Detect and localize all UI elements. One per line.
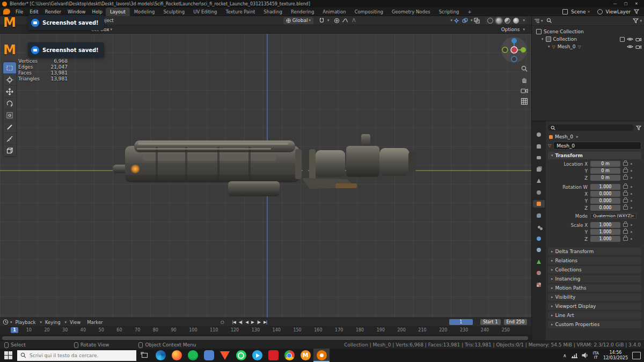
gizmo-x-axis[interactable] xyxy=(511,47,517,53)
toggle-xray-icon[interactable] xyxy=(472,17,481,24)
rocket-launcher-model[interactable] xyxy=(105,134,422,209)
timeline-ruler[interactable]: 1102030405060708090100110120130140150160… xyxy=(0,327,531,335)
viewlayer-filter-icon[interactable] xyxy=(632,8,641,16)
camera-view-icon[interactable] xyxy=(521,87,528,94)
app-icon-medal[interactable]: M xyxy=(297,349,313,362)
tab-animation[interactable]: Animation xyxy=(318,8,350,16)
lock-icon[interactable] xyxy=(623,206,628,210)
section-relations[interactable]: ▸Relations xyxy=(548,257,641,264)
next-keyframe-button[interactable]: |▶ xyxy=(255,320,262,324)
lock-icon[interactable] xyxy=(623,230,628,234)
prev-keyframe-button[interactable]: ◀| xyxy=(237,320,244,324)
task-view-button[interactable] xyxy=(136,349,152,362)
show-gizmo-icon[interactable] xyxy=(452,17,461,24)
collection-render-camera-icon[interactable] xyxy=(635,37,642,42)
playback-menu[interactable]: Playback xyxy=(12,320,39,325)
tool-chevron[interactable]: ▾ xyxy=(111,27,113,32)
menu-file[interactable]: File xyxy=(12,9,26,14)
zoom-icon[interactable] xyxy=(521,65,528,72)
scale-z-field[interactable]: 1.000 xyxy=(590,236,620,242)
gizmo-z-neg-axis[interactable] xyxy=(511,56,517,62)
rotation-y-field[interactable]: 0.000 xyxy=(590,198,620,204)
options-menu[interactable]: Options xyxy=(501,27,520,32)
tab-compositing[interactable]: Compositing xyxy=(350,8,387,16)
scale-y-field[interactable]: 1.000 xyxy=(590,229,620,235)
app-icon-blender[interactable] xyxy=(313,349,330,362)
app-icon-spotify[interactable] xyxy=(185,349,201,362)
falloff-curve-icon[interactable] xyxy=(341,17,349,24)
outliner-row-collection[interactable]: ▾ Collection xyxy=(532,35,644,43)
animate-dot-icon[interactable] xyxy=(631,186,632,188)
snap-magnet-icon[interactable] xyxy=(318,17,326,24)
tab-texture-icon[interactable] xyxy=(533,281,545,289)
animate-dot-icon[interactable] xyxy=(631,207,632,209)
tool-rotate[interactable] xyxy=(3,98,16,109)
mesh-render-camera-icon[interactable] xyxy=(635,45,642,49)
app-icon-firefox[interactable] xyxy=(169,349,185,362)
close-button[interactable]: ✕ xyxy=(631,1,642,7)
outliner-editor-chevron[interactable]: ▾ xyxy=(541,19,543,23)
app-icon-brave[interactable] xyxy=(217,349,233,362)
section-collections[interactable]: ▸Collections xyxy=(548,266,641,274)
jump-to-start-button[interactable]: |◀ xyxy=(231,320,237,324)
animate-dot-icon[interactable] xyxy=(631,231,632,233)
tab-rendering[interactable]: Rendering xyxy=(287,8,318,16)
marker-menu[interactable]: Marker xyxy=(84,320,106,325)
location-y-field[interactable]: 0 m xyxy=(590,168,620,174)
tool-annotate[interactable] xyxy=(3,121,16,133)
properties-filter-icon[interactable] xyxy=(636,125,641,130)
location-x-field[interactable]: 0 m xyxy=(590,161,620,167)
properties-search-field[interactable] xyxy=(548,124,634,131)
animate-dot-icon[interactable] xyxy=(631,163,632,165)
app-icon-chrome[interactable] xyxy=(281,349,297,362)
lock-icon[interactable] xyxy=(623,237,628,241)
section-custom-properties[interactable]: ▸Custom Properties xyxy=(548,321,641,328)
show-overlays-icon[interactable] xyxy=(461,17,470,24)
lock-icon[interactable] xyxy=(623,199,628,203)
toast-notification[interactable]: M Screenshot saved! xyxy=(3,42,104,57)
app-icon-netflix[interactable] xyxy=(265,349,281,362)
section-instancing[interactable]: ▸Instancing xyxy=(548,275,641,283)
scene-unlink-icon[interactable]: ✕ xyxy=(588,10,590,13)
tab-output-icon[interactable] xyxy=(533,154,545,161)
tab-render-icon[interactable] xyxy=(533,143,545,150)
section-motion-paths[interactable]: ▸Motion Paths xyxy=(548,284,641,292)
rotation-z-field[interactable]: 0.000 xyxy=(590,205,620,211)
scene-selector[interactable]: Scene xyxy=(571,9,586,14)
object-name-field[interactable]: Mesh_0 xyxy=(553,142,641,150)
playhead-marker[interactable]: 1 xyxy=(11,327,18,333)
tab-modifiers-icon[interactable] xyxy=(533,212,545,219)
keying-menu[interactable]: Keying xyxy=(42,320,64,325)
volume-icon[interactable] xyxy=(582,352,589,358)
start-button[interactable] xyxy=(0,349,16,362)
collection-expand-chevron[interactable]: ▾ xyxy=(541,37,544,41)
section-visibility[interactable]: ▸Visibility xyxy=(548,293,641,301)
tab-geometry-nodes[interactable]: Geometry Nodes xyxy=(387,8,435,16)
outliner-filter-chevron[interactable]: ▾ xyxy=(640,19,642,23)
animate-dot-icon[interactable] xyxy=(631,224,632,226)
shading-chevron[interactable]: ▾ xyxy=(523,18,525,23)
collection-checkbox[interactable] xyxy=(620,37,625,42)
language-indicator[interactable]: ITAIT xyxy=(593,351,599,360)
view-menu[interactable]: View xyxy=(67,320,84,325)
tab-object-data-icon[interactable] xyxy=(533,258,545,265)
gizmo-y-axis[interactable] xyxy=(521,47,526,53)
tool-add-cube[interactable] xyxy=(3,145,16,157)
outliner-editor-icon[interactable] xyxy=(534,18,540,24)
tool-measure[interactable] xyxy=(3,133,16,145)
orthographic-grid-icon[interactable] xyxy=(521,98,528,105)
menu-help[interactable]: Help xyxy=(89,9,105,14)
notification-center-icon[interactable] xyxy=(632,352,641,359)
gizmo-z-axis[interactable] xyxy=(511,38,517,43)
transform-orientation-dropdown[interactable]: Global ▾ xyxy=(283,17,313,24)
shading-rendered-icon[interactable] xyxy=(513,18,519,24)
tab-object-icon[interactable] xyxy=(533,200,545,208)
outliner-row-scene-collection[interactable]: Scene Collection xyxy=(532,28,644,35)
shading-solid-icon[interactable] xyxy=(496,18,502,24)
shading-wireframe-icon[interactable] xyxy=(487,18,493,24)
rotation-x-field[interactable]: 0.000 xyxy=(590,191,620,197)
blender-logo-icon[interactable] xyxy=(3,9,10,14)
jump-to-end-button[interactable]: ▶| xyxy=(262,320,268,324)
animate-dot-icon[interactable] xyxy=(631,238,632,240)
tab-view-layer-icon[interactable] xyxy=(533,166,545,173)
